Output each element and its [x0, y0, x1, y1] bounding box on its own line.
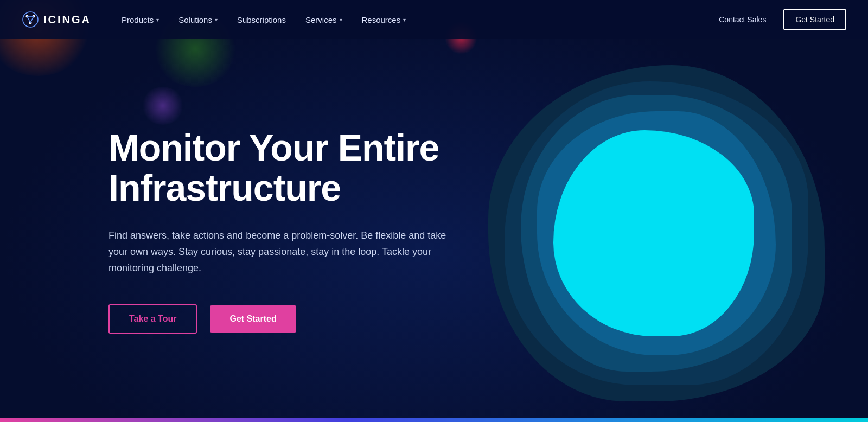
nav-products-label: Products: [122, 15, 154, 24]
nav-links: Products ▾ Solutions ▾ Subscriptions Ser…: [113, 11, 710, 29]
hero-subtitle: Find answers, take actions and become a …: [108, 228, 467, 276]
chevron-down-icon: ▾: [340, 17, 342, 23]
bottom-bar: [0, 418, 868, 422]
chevron-down-icon: ▾: [156, 17, 159, 23]
nav-right: Contact Sales Get Started: [710, 9, 846, 30]
get-started-nav-button[interactable]: Get Started: [783, 9, 846, 30]
chevron-down-icon: ▾: [215, 17, 218, 23]
nav-products[interactable]: Products ▾: [113, 11, 168, 29]
logo-icon: [22, 11, 39, 28]
contact-sales-button[interactable]: Contact Sales: [710, 11, 775, 28]
nav-resources-label: Resources: [362, 15, 401, 24]
nav-services[interactable]: Services ▾: [297, 11, 351, 29]
blob-teal-inner: [553, 130, 754, 336]
nav-solutions-label: Solutions: [178, 15, 212, 24]
hero-title-line1: Monitor Your Entire: [108, 127, 439, 168]
logo[interactable]: ICINGA: [22, 11, 91, 28]
nav-solutions[interactable]: Solutions ▾: [170, 11, 226, 29]
nav-resources[interactable]: Resources ▾: [353, 11, 415, 29]
svg-point-0: [23, 12, 38, 27]
hero-section: Monitor Your Entire Infrastructure Find …: [0, 39, 467, 422]
hero-title: Monitor Your Entire Infrastructure: [108, 127, 467, 209]
svg-line-5: [27, 16, 30, 23]
logo-text: ICINGA: [43, 14, 91, 26]
hero-title-line2: Infrastructure: [108, 167, 341, 208]
nav-subscriptions-label: Subscriptions: [237, 15, 286, 24]
nav-subscriptions[interactable]: Subscriptions: [228, 11, 295, 29]
get-started-button[interactable]: Get Started: [210, 305, 296, 333]
hero-buttons: Take a Tour Get Started: [108, 304, 467, 334]
nav-services-label: Services: [305, 15, 337, 24]
svg-line-6: [30, 16, 34, 23]
take-tour-button[interactable]: Take a Tour: [108, 304, 197, 334]
navbar: ICINGA Products ▾ Solutions ▾ Subscripti…: [0, 0, 868, 39]
chevron-down-icon: ▾: [403, 17, 406, 23]
